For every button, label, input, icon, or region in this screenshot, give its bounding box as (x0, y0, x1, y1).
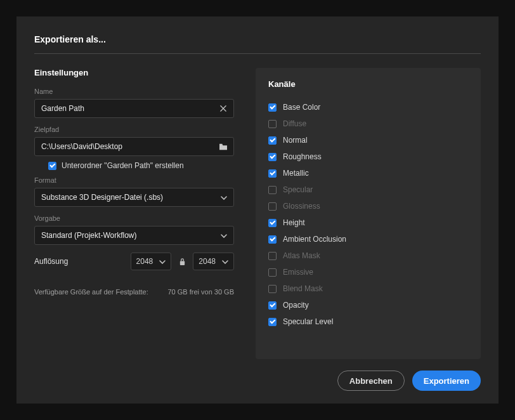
resolution-height-select[interactable]: 2048 (193, 253, 234, 270)
channel-label: Height (283, 218, 305, 227)
channel-label: Blend Mask (283, 284, 323, 293)
browse-folder-icon[interactable] (218, 141, 228, 152)
resolution-label: Auflösung (34, 257, 124, 266)
channel-checkbox[interactable] (268, 252, 277, 260)
target-input-wrap[interactable] (34, 137, 234, 156)
cancel-button[interactable]: Abbrechen (337, 371, 405, 391)
channel-label: Normal (283, 136, 308, 145)
channel-row[interactable]: Height (268, 214, 468, 231)
target-input[interactable] (41, 142, 218, 151)
channel-checkbox[interactable] (268, 120, 277, 128)
chevron-down-icon (221, 194, 227, 200)
target-label: Zielpfad (34, 126, 234, 133)
resolution-row: Auflösung 2048 2048 (34, 253, 234, 270)
dialog-body: Einstellungen Name Zielpfad Unterordner … (34, 54, 481, 359)
channel-checkbox[interactable] (268, 318, 277, 326)
format-select[interactable]: Substance 3D Designer-Datei (.sbs) (34, 188, 234, 207)
name-input-wrap[interactable] (34, 99, 234, 118)
lock-icon[interactable] (178, 258, 186, 266)
channel-checkbox[interactable] (268, 202, 277, 211)
channels-panel: Kanäle Base ColorDiffuseNormalRoughnessM… (256, 68, 481, 359)
resolution-width-select[interactable]: 2048 (131, 253, 172, 270)
chevron-down-icon (159, 258, 166, 265)
channel-checkbox[interactable] (268, 285, 277, 293)
channel-label: Specular (283, 185, 313, 194)
channel-label: Ambient Occlusion (283, 235, 346, 244)
channel-checkbox[interactable] (268, 103, 277, 112)
subfolder-label: Unterordner "Garden Path" erstellen (62, 161, 184, 170)
channel-row[interactable]: Roughness (268, 148, 468, 165)
channel-row[interactable]: Opacity (268, 297, 468, 313)
channel-row[interactable]: Emissive (268, 264, 468, 280)
dialog-title: Exportieren als... (34, 34, 481, 54)
name-label: Name (34, 88, 234, 95)
channel-label: Glossiness (283, 202, 320, 211)
settings-panel: Einstellungen Name Zielpfad Unterordner … (34, 68, 234, 359)
channel-row[interactable]: Atlas Mask (268, 247, 468, 264)
channel-label: Specular Level (283, 317, 333, 326)
channel-checkbox[interactable] (268, 169, 277, 178)
channel-row[interactable]: Metallic (268, 165, 468, 181)
chevron-down-icon (222, 258, 228, 265)
format-value: Substance 3D Designer-Datei (.sbs) (41, 193, 221, 202)
channel-label: Diffuse (283, 119, 306, 128)
settings-heading: Einstellungen (34, 68, 234, 77)
chevron-down-icon (221, 232, 227, 239)
resolution-width-value: 2048 (136, 257, 153, 266)
channel-checkbox[interactable] (268, 186, 277, 194)
channel-row[interactable]: Diffuse (268, 115, 468, 132)
channel-label: Base Color (283, 103, 320, 112)
channel-row[interactable]: Blend Mask (268, 280, 468, 297)
channel-label: Atlas Mask (283, 251, 320, 260)
svg-rect-0 (180, 261, 185, 265)
channel-label: Roughness (283, 152, 322, 161)
export-dialog: Exportieren als... Einstellungen Name Zi… (16, 16, 499, 404)
name-input[interactable] (41, 104, 218, 113)
clear-name-icon[interactable] (218, 103, 228, 114)
channel-checkbox[interactable] (268, 219, 277, 227)
preset-select[interactable]: Standard (Projekt-Workflow) (34, 226, 234, 245)
channel-checkbox[interactable] (268, 136, 277, 145)
preset-label: Vorgabe (34, 214, 234, 222)
channel-row[interactable]: Glossiness (268, 198, 468, 214)
channel-checkbox[interactable] (268, 301, 277, 310)
channel-row[interactable]: Normal (268, 132, 468, 148)
subfolder-checkbox[interactable] (48, 162, 56, 170)
channel-checkbox[interactable] (268, 268, 277, 277)
channel-label: Opacity (283, 301, 309, 310)
channel-checkbox[interactable] (268, 153, 277, 161)
format-label: Format (34, 176, 234, 184)
channel-row[interactable]: Ambient Occlusion (268, 231, 468, 247)
channel-label: Emissive (283, 268, 313, 277)
channel-row[interactable]: Specular (268, 181, 468, 198)
disk-space-label: Verfügbare Größe auf der Festplatte: (34, 288, 148, 296)
channel-checkbox[interactable] (268, 235, 277, 244)
dialog-footer: Abbrechen Exportieren (34, 359, 481, 391)
disk-space-value: 70 GB frei von 30 GB (167, 288, 234, 296)
export-button[interactable]: Exportieren (412, 371, 481, 391)
channel-row[interactable]: Specular Level (268, 313, 468, 330)
channels-heading: Kanäle (268, 79, 468, 89)
preset-value: Standard (Projekt-Workflow) (41, 231, 221, 240)
channel-row[interactable]: Base Color (268, 99, 468, 115)
resolution-height-value: 2048 (199, 257, 216, 266)
subfolder-row[interactable]: Unterordner "Garden Path" erstellen (34, 159, 234, 176)
disk-space-row: Verfügbare Größe auf der Festplatte: 70 … (34, 288, 234, 296)
channels-list: Base ColorDiffuseNormalRoughnessMetallic… (268, 99, 468, 330)
channel-label: Metallic (283, 169, 309, 178)
